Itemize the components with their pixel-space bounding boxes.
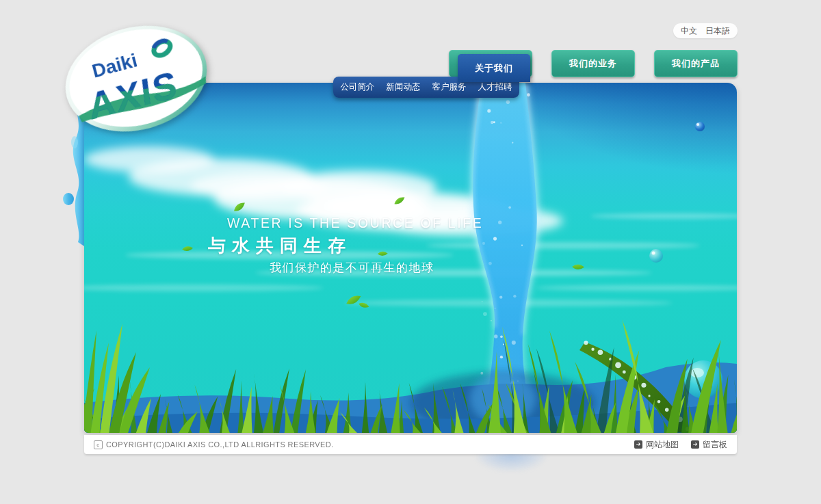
lang-chinese-link[interactable]: 中文: [681, 25, 697, 37]
hero-subtitle-chinese: 我们保护的是不可再生的地球: [270, 260, 434, 276]
arrow-right-icon: ➔: [691, 440, 699, 449]
page: 中文 日本語 我们的业务 我们的产品 关于我们 公司简介 新闻动态 客户服务 人…: [0, 0, 821, 504]
sitemap-link[interactable]: ➔ 网站地图: [634, 439, 679, 451]
subnav-company-profile[interactable]: 公司简介: [341, 81, 375, 93]
copyright-icon: c: [94, 440, 103, 449]
guestbook-link[interactable]: ➔ 留言板: [691, 439, 727, 451]
nav-products-button[interactable]: 我们的产品: [654, 50, 738, 77]
hero-tagline-english: WATER IS THE SOURCE OF LIFE: [227, 215, 483, 231]
hero-banner: WATER IS THE SOURCE OF LIFE 与水共同生存 我们保护的…: [84, 83, 737, 433]
copyright-text: c COPYRIGHT(C)DAIKI AXIS CO.,LTD ALLRIGH…: [94, 440, 334, 449]
footer-bar: c COPYRIGHT(C)DAIKI AXIS CO.,LTD ALLRIGH…: [84, 435, 737, 454]
lang-japanese-link[interactable]: 日本語: [705, 25, 730, 37]
nav-business-button[interactable]: 我们的业务: [551, 50, 635, 77]
subnav-customer-service[interactable]: 客户服务: [432, 81, 467, 93]
hero-title-chinese: 与水共同生存: [208, 234, 352, 258]
subnav-news[interactable]: 新闻动态: [387, 81, 421, 93]
subnav-recruitment[interactable]: 人才招聘: [478, 81, 512, 93]
nav-about-button-active[interactable]: 关于我们: [458, 54, 530, 82]
arrow-right-icon: ➔: [634, 440, 642, 449]
banner-artwork: [84, 83, 737, 433]
water-reflection-decoration: [475, 453, 547, 471]
language-switcher: 中文 日本語: [673, 23, 738, 38]
